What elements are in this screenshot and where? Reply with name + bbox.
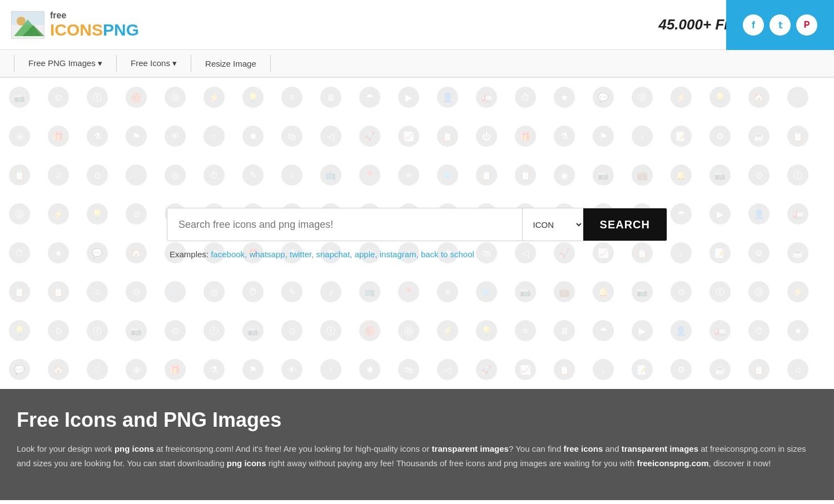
background-icon-cell: 💡 — [78, 194, 117, 233]
svg-text:💡: 💡 — [247, 92, 259, 103]
background-icon-cell: ⏱ — [234, 272, 272, 311]
background-icon-cell: ▶ — [389, 78, 428, 117]
svg-text:☕: ☕ — [714, 365, 726, 375]
background-icon-cell: 🛍 — [272, 117, 311, 156]
svg-text:⏱: ⏱ — [210, 171, 219, 180]
svg-text:📋: 📋 — [559, 365, 570, 375]
search-type-select[interactable]: ICON PNG — [522, 208, 583, 241]
svg-rect-5 — [11, 11, 44, 25]
svg-text:♫: ♫ — [795, 365, 801, 375]
svg-text:📋: 📋 — [753, 365, 765, 375]
background-icon-cell: 🐦 — [428, 156, 467, 194]
logo-text-png: PNG — [103, 21, 139, 39]
main-nav: Free PNG Images ▾ Free Icons ▾ Resize Im… — [0, 50, 834, 78]
svg-text:⊙: ⊙ — [289, 326, 296, 336]
svg-text:★: ★ — [794, 326, 802, 336]
background-icon-cell: ♫ — [78, 272, 117, 311]
search-button[interactable]: SEARCH — [583, 208, 667, 241]
background-icon-cell: 🎁 — [39, 117, 78, 156]
twitter-icon[interactable]: 𝕥 — [770, 14, 791, 36]
background-icon-cell: ⚙ — [739, 233, 778, 272]
background-icon-cell: ☕ — [701, 350, 739, 389]
svg-text:▶: ▶ — [639, 326, 646, 336]
svg-text:⚑: ⚑ — [249, 365, 257, 375]
background-icon-cell: 💬 — [584, 78, 623, 117]
nav-free-png-images[interactable]: Free PNG Images ▾ — [17, 49, 113, 77]
svg-text:📷: 📷 — [714, 170, 726, 181]
background-icon-cell: 👤 — [428, 78, 467, 117]
svg-text:📷: 📷 — [14, 92, 25, 103]
background-icon-cell: 🖥 — [311, 78, 350, 117]
svg-text:🛍: 🛍 — [287, 132, 296, 141]
footer-description: Look for your design work png icons at f… — [17, 442, 817, 470]
svg-text:🖥: 🖥 — [560, 326, 569, 336]
svg-text:💡: 💡 — [481, 326, 492, 336]
background-icon-cell: 🐦 — [467, 272, 506, 311]
background-icon-cell: 📋 — [778, 117, 817, 156]
svg-text:ⓕ: ⓕ — [326, 326, 335, 336]
svg-text:📈: 📈 — [403, 131, 414, 142]
background-icon-cell: 📷 — [701, 156, 739, 194]
background-icon-cell: 🔔 — [584, 272, 623, 311]
svg-text:☂: ☂ — [366, 93, 374, 102]
background-icon-cell: 💬 — [0, 350, 39, 389]
nav-resize-image[interactable]: Resize Image — [194, 49, 267, 77]
background-icon-cell: 📷 — [234, 311, 272, 350]
background-icon-cell: Ⓑ — [389, 311, 428, 350]
svg-text:◉: ◉ — [560, 171, 568, 180]
svg-text:⊕: ⊕ — [16, 132, 23, 141]
svg-text:🐦: 🐦 — [442, 170, 453, 181]
footer-title: Free Icons and PNG Images — [17, 408, 817, 432]
background-icon-cell: 📺 — [350, 272, 389, 311]
svg-text:🛒: 🛒 — [131, 170, 142, 181]
examples-links[interactable]: facebook, whatsapp, twitter, snapchat, a… — [211, 249, 474, 259]
background-icon-cell: ✱ — [350, 350, 389, 389]
svg-text:★: ★ — [54, 248, 62, 258]
background-icon-cell: 📷 — [506, 272, 545, 311]
background-icon-cell: 🚛 — [778, 194, 817, 233]
background-icon-cell: 📋 — [545, 350, 584, 389]
background-icon-cell: 🏀 — [350, 311, 389, 350]
svg-text:☂: ☂ — [599, 326, 607, 336]
svg-text:🔔: 🔔 — [598, 287, 609, 297]
background-icon-cell: ◎ — [156, 156, 195, 194]
svg-text:▶: ▶ — [405, 93, 413, 102]
svg-text:⊙: ⊙ — [55, 93, 62, 102]
background-icon-cell: ≡ — [506, 311, 545, 350]
facebook-icon[interactable]: f — [743, 14, 764, 36]
background-icon-cell: 💡 — [701, 78, 739, 117]
svg-text:◎: ◎ — [171, 171, 179, 180]
background-icon-cell: 📋 — [39, 272, 78, 311]
svg-text:🚛: 🚛 — [714, 326, 726, 336]
background-icon-cell: 📷 — [0, 78, 39, 117]
background-icon-cell: ⊙ — [272, 311, 311, 350]
pinterest-icon[interactable]: P — [796, 14, 817, 36]
logo[interactable]: free ICONSPNG — [11, 11, 139, 39]
background-icon-cell: ◁ — [428, 350, 467, 389]
svg-text:⚑: ⚑ — [132, 132, 140, 141]
svg-text:≡: ≡ — [289, 93, 294, 102]
svg-text:↓: ↓ — [601, 365, 605, 375]
svg-text:🎁: 🎁 — [170, 365, 181, 375]
background-icon-cell: 💬 — [78, 233, 117, 272]
svg-text:🚛: 🚛 — [792, 209, 803, 219]
background-icon-cell: 💡 — [467, 311, 506, 350]
background-icon-cell: 👤 — [662, 311, 701, 350]
svg-text:🚀: 🚀 — [364, 131, 375, 142]
svg-text:📋: 📋 — [520, 170, 531, 181]
background-icon-cell: 👁 — [156, 117, 195, 156]
background-icon-cell: 💼 — [623, 156, 662, 194]
background-icon-cell: ⊙ — [117, 272, 156, 311]
svg-text:👁: 👁 — [171, 132, 180, 141]
svg-text:🚀: 🚀 — [481, 365, 492, 375]
background-icon-cell: ⊙ — [39, 311, 78, 350]
svg-text:📝: 📝 — [714, 248, 726, 258]
svg-text:✎: ✎ — [250, 171, 257, 180]
search-input[interactable] — [167, 208, 522, 241]
background-icon-cell: ↓ — [584, 350, 623, 389]
svg-text:⚡: ⚡ — [792, 287, 803, 297]
nav-free-icons[interactable]: Free Icons ▾ — [120, 49, 188, 77]
svg-text:💡: 💡 — [714, 92, 726, 103]
svg-text:ⓕ: ⓕ — [793, 171, 802, 180]
svg-text:💬: 💬 — [92, 248, 103, 258]
